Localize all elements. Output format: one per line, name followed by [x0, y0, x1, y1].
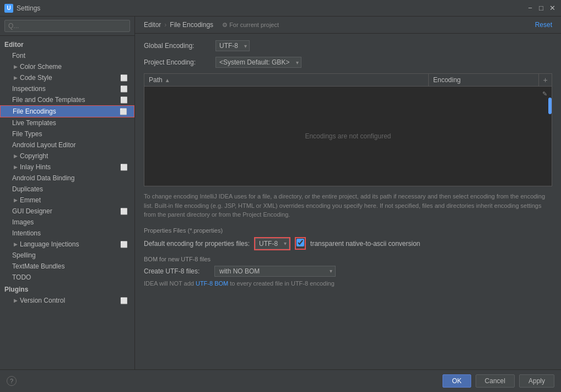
properties-encoding-dropdown-wrapper: UTF-8 — [254, 237, 290, 250]
bom-section: BOM for new UTF-8 files Create UTF-8 fil… — [144, 256, 552, 287]
bom-create-label: Create UTF-8 files: — [144, 267, 210, 275]
properties-section-title: Properties Files (*.properties) — [144, 227, 552, 234]
cancel-button[interactable]: Cancel — [476, 374, 515, 388]
sidebar-item-file-and-code-templates[interactable]: File and Code Templates ⬜ — [0, 94, 134, 105]
table-add-button[interactable]: + — [538, 74, 552, 86]
transparent-label: transparent native-to-ascii conversion — [310, 240, 420, 248]
scrollbar-thumb — [548, 98, 552, 114]
bom-row: Create UTF-8 files: with NO BOM with BOM… — [144, 266, 552, 277]
properties-encoding-row: Default encoding for properties files: U… — [144, 237, 552, 250]
table-empty-message: Encodings are not configured — [305, 132, 391, 140]
sidebar-item-android-data-binding[interactable]: Android Data Binding — [0, 173, 134, 184]
table-header-encoding: Encoding — [428, 74, 538, 86]
title-bar: U Settings − □ ✕ — [0, 0, 561, 17]
apply-button[interactable]: Apply — [519, 374, 554, 388]
minimize-button[interactable]: − — [526, 4, 535, 13]
table-scrollbar[interactable] — [548, 87, 552, 186]
sidebar-item-inlay-hints[interactable]: ▶ Inlay Hints ⬜ — [0, 162, 134, 173]
sidebar-item-file-encodings[interactable]: File Encodings ⬜ — [0, 105, 134, 117]
sidebar-item-version-control[interactable]: ▶ Version Control ⬜ — [0, 295, 134, 306]
sidebar-search-area — [0, 17, 134, 36]
content-panel: Editor › File Encodings ⚙ For current pr… — [135, 17, 561, 369]
breadcrumb-current: File Encodings — [170, 21, 213, 29]
bom-dropdown[interactable]: with NO BOM with BOM by old contents — [214, 266, 336, 277]
sidebar-list: Editor Font ▶ Color Scheme ▶ Code Style … — [0, 36, 134, 369]
close-button[interactable]: ✕ — [548, 4, 557, 13]
encoding-table: Path ▲ Encoding + Encodings are not conf… — [144, 73, 552, 186]
bom-note-prefix: IDEA will NOT add — [144, 280, 196, 287]
global-encoding-label: Global Encoding: — [144, 42, 210, 50]
sidebar-item-intentions[interactable]: Intentions — [0, 228, 134, 239]
sidebar-item-font[interactable]: Font — [0, 50, 134, 61]
content-body: Global Encoding: UTF-8 Project Encoding:… — [135, 34, 561, 369]
table-body: Encodings are not configured ✎ — [144, 87, 552, 186]
project-encoding-dropdown-wrapper: <System Default: GBK> — [215, 57, 301, 68]
global-encoding-dropdown-wrapper: UTF-8 — [215, 40, 250, 51]
global-encoding-dropdown[interactable]: UTF-8 — [215, 40, 250, 51]
bottom-left: ? — [7, 376, 17, 386]
sidebar-section-editor: Editor — [0, 38, 134, 50]
sidebar-item-live-templates[interactable]: Live Templates — [0, 117, 134, 128]
bottom-right: OK Cancel Apply — [443, 374, 554, 388]
transparent-checkbox-highlight — [295, 237, 306, 250]
sidebar-item-duplicates[interactable]: Duplicates — [0, 184, 134, 195]
sidebar-item-file-types[interactable]: File Types — [0, 128, 134, 139]
sidebar-item-language-injections[interactable]: ▶ Language Injections ⬜ — [0, 239, 134, 250]
search-input[interactable] — [4, 20, 130, 32]
sidebar-item-todo[interactable]: TODO — [0, 272, 134, 283]
sidebar-item-inspections[interactable]: Inspections ⬜ — [0, 83, 134, 94]
sidebar-item-color-scheme[interactable]: ▶ Color Scheme — [0, 61, 134, 72]
app-icon: U — [4, 4, 13, 13]
sidebar: Editor Font ▶ Color Scheme ▶ Code Style … — [0, 17, 135, 369]
window-controls: − □ ✕ — [526, 4, 557, 13]
sidebar-item-spelling[interactable]: Spelling — [0, 250, 134, 261]
bom-note: IDEA will NOT add UTF-8 BOM to every cre… — [144, 280, 552, 287]
breadcrumb-parent: Editor — [144, 21, 161, 29]
sidebar-item-gui-designer[interactable]: GUI Designer ⬜ — [0, 206, 134, 217]
maximize-button[interactable]: □ — [537, 4, 546, 13]
description-text: To change encoding IntelliJ IDEA uses fo… — [144, 192, 552, 219]
sidebar-item-images[interactable]: Images — [0, 217, 134, 228]
for-current-project-label: ⚙ For current project — [222, 22, 279, 29]
sort-icon: ▲ — [165, 77, 170, 83]
default-encoding-label: Default encoding for properties files: — [144, 240, 250, 248]
bom-section-title: BOM for new UTF-8 files — [144, 256, 552, 262]
bom-dropdown-wrapper: with NO BOM with BOM by old contents — [214, 266, 336, 277]
main-container: Editor Font ▶ Color Scheme ▶ Code Style … — [0, 17, 561, 369]
sidebar-item-textmate-bundles[interactable]: TextMate Bundles — [0, 261, 134, 272]
breadcrumb: Editor › File Encodings — [144, 21, 213, 29]
sidebar-item-android-layout-editor[interactable]: Android Layout Editor — [0, 139, 134, 151]
global-encoding-row: Global Encoding: UTF-8 — [144, 40, 552, 51]
ok-button[interactable]: OK — [443, 374, 471, 388]
sidebar-item-copyright[interactable]: ▶ Copyright — [0, 151, 134, 162]
project-encoding-label: Project Encoding: — [144, 58, 210, 66]
transparent-checkbox[interactable] — [296, 239, 304, 246]
project-encoding-dropdown[interactable]: <System Default: GBK> — [215, 57, 301, 68]
bottom-bar: ? OK Cancel Apply — [0, 369, 561, 392]
content-header: Editor › File Encodings ⚙ For current pr… — [135, 17, 561, 34]
properties-section: Properties Files (*.properties) Default … — [144, 225, 552, 250]
help-button[interactable]: ? — [7, 376, 17, 386]
sidebar-section-plugins: Plugins — [0, 283, 134, 295]
breadcrumb-separator: › — [164, 21, 166, 29]
sidebar-item-code-style[interactable]: ▶ Code Style ⬜ — [0, 72, 134, 83]
table-header: Path ▲ Encoding + — [144, 74, 552, 87]
properties-encoding-dropdown[interactable]: UTF-8 — [255, 238, 289, 249]
window-title: Settings — [17, 4, 526, 12]
table-header-path: Path ▲ — [144, 74, 428, 86]
reset-button[interactable]: Reset — [535, 21, 552, 29]
sidebar-item-emmet[interactable]: ▶ Emmet — [0, 195, 134, 206]
project-encoding-row: Project Encoding: <System Default: GBK> — [144, 57, 552, 68]
bom-note-suffix: to every created file in UTF-8 encoding — [228, 280, 335, 287]
bom-note-link[interactable]: UTF-8 BOM — [196, 280, 228, 287]
